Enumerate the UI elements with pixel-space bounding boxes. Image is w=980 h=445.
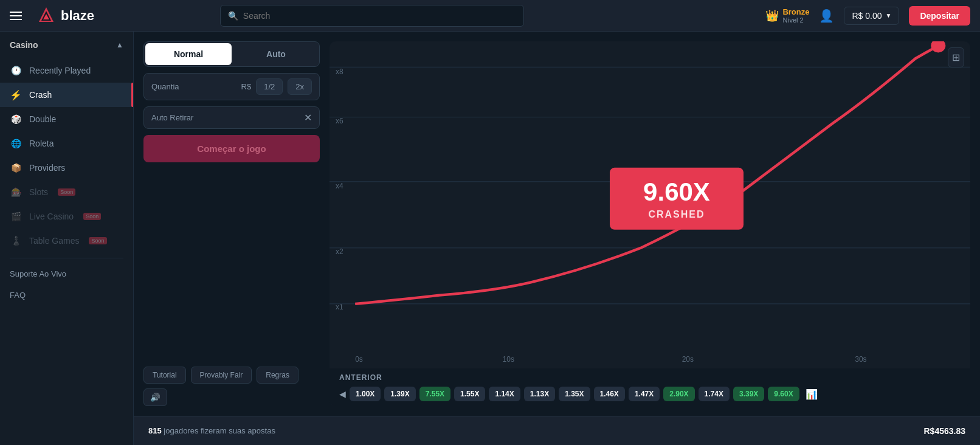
recently-played-icon: 🕐 xyxy=(10,64,22,77)
main-content: Normal Auto Quantia R$ 1/2 2x Auto Retir… xyxy=(134,32,980,445)
prev-scroll-left[interactable]: ◀ xyxy=(339,389,346,399)
footer-bar: 815 jogadores fizeram suas apostas R$456… xyxy=(134,416,980,445)
sidebar-item-label: Roleta xyxy=(29,139,53,148)
table-games-icon: ♟️ xyxy=(10,235,22,247)
sound-button[interactable]: 🔊 xyxy=(143,388,167,406)
sidebar-support-link[interactable]: Suporte Ao Vivo xyxy=(0,263,133,285)
header-right: 👑 Bronze Nível 2 👤 R$ 0.00 ▼ Depositar xyxy=(765,6,970,26)
anterior-label: ANTERIOR xyxy=(339,373,961,382)
sidebar-faq-link[interactable]: FAQ xyxy=(0,285,133,306)
hamburger-menu[interactable] xyxy=(10,12,22,20)
crash-icon: ⚡ xyxy=(10,89,22,101)
results-chart-icon[interactable]: 📊 xyxy=(806,388,818,400)
bottom-controls: Tutorial Provably Fair Regras 🔊 xyxy=(143,367,320,406)
footer-players: 815 jogadores fizeram suas apostas xyxy=(148,426,275,435)
sidebar-item-slots[interactable]: 🎰 Slots Soon xyxy=(0,180,133,204)
list-item: 7.55X xyxy=(419,387,450,401)
sidebar: Casino ▲ 🕐 Recently Played ⚡ Crash 🎲 Dou… xyxy=(0,32,134,445)
search-icon: 🔍 xyxy=(228,11,238,21)
list-item: 1.35X xyxy=(559,387,590,401)
sidebar-item-label: Crash xyxy=(29,90,52,100)
sidebar-item-crash[interactable]: ⚡ Crash xyxy=(0,83,133,107)
logo: blaze xyxy=(36,6,94,26)
providers-icon: 📦 xyxy=(10,162,22,174)
sidebar-item-double[interactable]: 🎲 Double xyxy=(0,107,133,131)
tab-auto[interactable]: Auto xyxy=(233,42,319,66)
expand-icon: ⊞ xyxy=(952,52,960,63)
sidebar-item-label: Providers xyxy=(29,163,65,173)
provably-fair-button[interactable]: Provably Fair xyxy=(191,367,252,384)
tab-switcher: Normal Auto xyxy=(143,41,320,67)
list-item: 1.47X xyxy=(629,387,660,401)
crown-icon: 👑 xyxy=(765,9,779,22)
table-games-soon-badge: Soon xyxy=(89,237,106,244)
chevron-up-icon: ▲ xyxy=(116,41,123,49)
players-label: jogadores xyxy=(164,426,198,435)
nivel-label: Nível 2 xyxy=(782,16,809,24)
expand-chart-button[interactable]: ⊞ xyxy=(948,47,964,67)
chart-container: x8 x6 x4 x2 x1 0s 10s 20s 30s xyxy=(330,41,970,368)
previous-section: ANTERIOR ◀ 1.00X 1.39X 7.55X 1.55X 1.14X… xyxy=(330,368,970,406)
chart-panel: x8 x6 x4 x2 x1 0s 10s 20s 30s xyxy=(330,41,970,406)
list-item: 9.60X xyxy=(768,387,799,401)
sidebar-item-label: Recently Played xyxy=(29,66,91,75)
roleta-icon: 🌐 xyxy=(10,137,22,150)
list-item: 1.55X xyxy=(454,387,485,401)
previous-results-row: ◀ 1.00X 1.39X 7.55X 1.55X 1.14X 1.13X 1.… xyxy=(339,387,961,401)
crashed-multiplier: 9.60X xyxy=(629,178,724,207)
players-count: 815 xyxy=(148,426,162,435)
game-area: Normal Auto Quantia R$ 1/2 2x Auto Retir… xyxy=(134,32,980,416)
search-input[interactable] xyxy=(243,11,516,21)
double-button[interactable]: 2x xyxy=(288,78,312,95)
double-icon: 🎲 xyxy=(10,113,22,125)
close-auto-icon[interactable]: ✕ xyxy=(304,112,312,123)
left-panel: Normal Auto Quantia R$ 1/2 2x Auto Retir… xyxy=(143,41,320,406)
currency-label: R$ xyxy=(241,82,252,91)
sidebar-item-recently-played[interactable]: 🕐 Recently Played xyxy=(0,58,133,83)
sidebar-divider xyxy=(10,258,123,258)
sidebar-item-label: Slots xyxy=(29,187,48,197)
balance-label: R$ 0.00 xyxy=(852,11,882,21)
list-item: 1.74X xyxy=(699,387,730,401)
quantia-label: Quantia xyxy=(151,82,236,91)
sidebar-casino-section[interactable]: Casino ▲ xyxy=(0,32,133,58)
balance-button[interactable]: R$ 0.00 ▼ xyxy=(844,7,899,25)
players-action: fizeram suas apostas xyxy=(201,426,275,435)
list-item: 1.13X xyxy=(524,387,555,401)
chevron-down-icon: ▼ xyxy=(885,12,891,19)
user-icon[interactable]: 👤 xyxy=(819,9,834,23)
list-item: 1.14X xyxy=(489,387,520,401)
half-button[interactable]: 1/2 xyxy=(256,78,283,95)
list-item: 3.39X xyxy=(733,387,764,401)
list-item: 1.00X xyxy=(350,387,381,401)
bronze-label: Bronze xyxy=(782,7,809,16)
deposit-button[interactable]: Depositar xyxy=(909,6,970,26)
sidebar-item-label: Double xyxy=(29,114,56,124)
list-item: 1.39X xyxy=(384,387,415,401)
auto-retirar-row: Auto Retirar ✕ xyxy=(143,106,320,129)
bronze-badge: 👑 Bronze Nível 2 xyxy=(765,7,809,24)
list-item: 1.46X xyxy=(594,387,625,401)
sidebar-section-title: Casino xyxy=(10,40,38,50)
logo-text: blaze xyxy=(61,8,94,24)
sidebar-item-label: Table Games xyxy=(29,236,79,246)
tutorial-button[interactable]: Tutorial xyxy=(143,367,186,384)
live-casino-icon: 🎬 xyxy=(10,210,22,222)
crashed-label: CRASHED xyxy=(629,209,724,220)
search-bar[interactable]: 🔍 xyxy=(220,5,524,27)
slots-soon-badge: Soon xyxy=(58,188,75,196)
live-casino-soon-badge: Soon xyxy=(83,213,101,220)
tab-normal[interactable]: Normal xyxy=(145,43,232,65)
sidebar-item-label: Live Casino xyxy=(29,212,74,221)
slots-icon: 🎰 xyxy=(10,186,22,198)
start-game-button[interactable]: Começar o jogo xyxy=(143,135,320,162)
regras-button[interactable]: Regras xyxy=(257,367,298,384)
sidebar-item-providers[interactable]: 📦 Providers xyxy=(0,156,133,180)
sidebar-item-live-casino[interactable]: 🎬 Live Casino Soon xyxy=(0,204,133,229)
list-item: 2.90X xyxy=(663,387,694,401)
sidebar-item-table-games[interactable]: ♟️ Table Games Soon xyxy=(0,229,133,253)
auto-retirar-label: Auto Retirar xyxy=(151,113,304,122)
header: blaze 🔍 👑 Bronze Nível 2 👤 R$ 0.00 ▼ Dep… xyxy=(0,0,980,32)
sidebar-item-roleta[interactable]: 🌐 Roleta xyxy=(0,131,133,156)
quantia-row: Quantia R$ 1/2 2x xyxy=(143,73,320,100)
